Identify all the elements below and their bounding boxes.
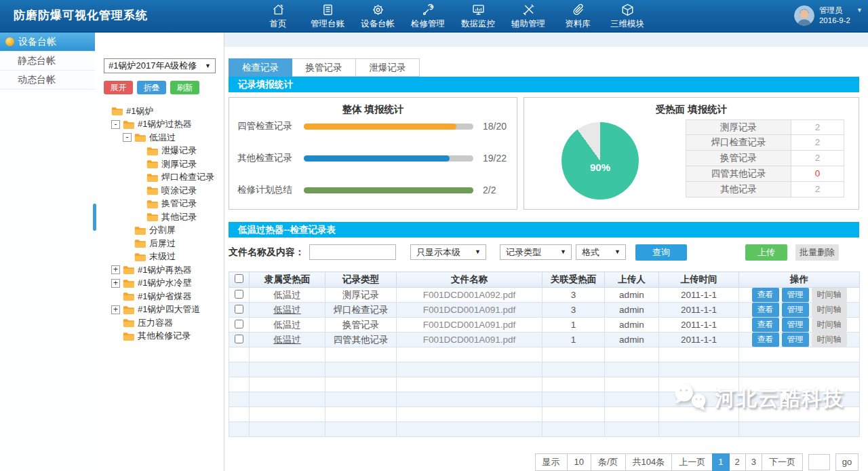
surface-link[interactable]: 低温过 (250, 288, 326, 303)
timeline-button[interactable]: 时间轴 (812, 303, 847, 317)
tree-node[interactable]: 泄爆记录 (96, 145, 224, 158)
timeline-button[interactable]: 时间轴 (812, 318, 847, 332)
collapse-expander-icon[interactable]: - (123, 133, 132, 142)
tree-node[interactable]: #1锅炉 (96, 105, 224, 118)
next-page-button[interactable]: 下一页 (762, 453, 803, 471)
tree-node[interactable]: 测厚记录 (96, 157, 224, 171)
file-name[interactable]: F001DCD001A091.pdf (397, 303, 542, 318)
nav-item-maintenance[interactable]: 检修管理 (411, 0, 445, 31)
surface-stat-value: 2 (791, 135, 844, 150)
expand-expander-icon[interactable]: + (111, 265, 120, 274)
nav-item-aux-management[interactable]: 辅助管理 (511, 0, 545, 31)
goto-page-input[interactable] (808, 454, 830, 470)
tab-tube-replacement-records[interactable]: 换管记录 (292, 58, 356, 77)
sidebar-item-static-ledger[interactable]: 静态台帐 (0, 52, 95, 71)
page-button-1[interactable]: 1 (712, 453, 729, 471)
tree-node[interactable]: +#1锅炉水冷壁 (96, 277, 224, 290)
view-button[interactable]: 查看 (752, 318, 779, 332)
chevron-down-icon[interactable]: ▼ (856, 7, 863, 14)
timeline-button[interactable]: 时间轴 (812, 288, 847, 302)
nav-item-library[interactable]: 资料库 (561, 0, 594, 31)
search-button[interactable]: 查询 (635, 244, 687, 261)
scrollbar-thumb[interactable] (93, 204, 96, 231)
tree-node[interactable]: +#1锅炉四大管道 (96, 303, 224, 317)
file-name[interactable]: F001DCD001A091.pdf (397, 333, 542, 347)
nav-item-home[interactable]: 首页 (262, 0, 294, 31)
overall-stats-title: 整体 填报统计 (229, 103, 517, 116)
progress-track (304, 187, 473, 193)
expand-button[interactable]: 展开 (104, 81, 133, 94)
view-button[interactable]: 查看 (752, 288, 779, 302)
folder-icon (123, 305, 134, 314)
tree-node[interactable]: 其他检修记录 (96, 330, 224, 343)
table-row: 低温过 测厚记录 F001DCD001A092.pdf 3 admin 2011… (229, 288, 860, 303)
format-select[interactable]: 格式▼ (576, 244, 626, 260)
tree-node[interactable]: 末级过 (96, 250, 224, 264)
tree-node[interactable]: +#1锅炉再热器 (96, 263, 224, 277)
folder-icon (134, 226, 146, 235)
batch-delete-button[interactable]: 批量删除 (795, 244, 839, 261)
nav-item-3d-module[interactable]: 三维模块 (610, 0, 644, 31)
record-type-select[interactable]: 记录类型▼ (500, 244, 572, 260)
progress-fill (304, 187, 473, 193)
tree-node[interactable]: 后屏过 (96, 237, 224, 250)
collapse-expander-icon[interactable]: - (111, 120, 120, 129)
tree-node[interactable]: 焊口检查记录 (96, 171, 224, 185)
filename-search-input[interactable] (309, 244, 396, 260)
select-all-checkbox[interactable] (235, 274, 243, 283)
tree-node[interactable]: -低温过 (96, 131, 224, 145)
manage-button[interactable]: 管理 (782, 303, 809, 317)
expand-expander-icon[interactable]: + (111, 305, 120, 314)
user-menu[interactable]: 管理员 2016-9-2 (794, 0, 850, 31)
tree-node[interactable]: 压力容器 (96, 316, 224, 330)
manage-button[interactable]: 管理 (782, 333, 809, 347)
tab-inspection-records[interactable]: 检查记录 (229, 58, 292, 77)
refresh-button[interactable]: 刷新 (170, 81, 199, 94)
surface-link[interactable]: 低温过 (250, 333, 326, 347)
page-button-3[interactable]: 3 (745, 453, 762, 471)
scope-select[interactable]: 只显示本级▼ (410, 244, 486, 260)
overhaul-selector[interactable]: #1锅炉2017年A级检修 ▼ (104, 58, 216, 73)
page-size-select[interactable]: 10 (567, 453, 591, 471)
row-checkbox[interactable] (235, 290, 243, 299)
row-checkbox[interactable] (235, 305, 243, 314)
prev-page-button[interactable]: 上一页 (671, 453, 713, 471)
tab-explosion-records[interactable]: 泄爆记录 (356, 58, 420, 77)
nav-item-management-ledger[interactable]: 管理台账 (311, 0, 344, 31)
view-button[interactable]: 查看 (752, 333, 779, 347)
nav-item-data-monitor[interactable]: 数据监控 (461, 0, 495, 31)
row-checkbox[interactable] (235, 320, 243, 328)
surface-stats-title: 受热面 填报统计 (524, 103, 859, 116)
folder-icon (146, 200, 158, 208)
tree-node[interactable]: #1锅炉省煤器 (96, 290, 224, 303)
folder-icon (123, 279, 134, 288)
sidebar-item-equipment-ledger[interactable]: 设备台帐 (0, 33, 95, 52)
manage-button[interactable]: 管理 (782, 288, 809, 302)
nav-item-equipment-ledger[interactable]: 设备台帐 (361, 0, 395, 31)
tree-node[interactable]: 喷涂记录 (96, 184, 224, 197)
surface-link[interactable]: 低温过 (250, 318, 326, 333)
folder-icon (134, 133, 146, 142)
tree-node[interactable]: 换管记录 (96, 197, 224, 211)
home-icon (271, 3, 285, 18)
tree-node[interactable]: 分割屏 (96, 224, 224, 238)
expand-expander-icon[interactable]: + (111, 279, 120, 288)
go-button[interactable]: go (835, 453, 859, 471)
file-name[interactable]: F001DCD001A092.pdf (397, 288, 542, 303)
tree-node[interactable]: -#1锅炉过热器 (96, 118, 224, 132)
manage-button[interactable]: 管理 (782, 318, 809, 332)
paperclip-icon (571, 3, 585, 18)
page-button-2[interactable]: 2 (729, 453, 746, 471)
folder-icon (123, 120, 134, 129)
timeline-button[interactable]: 时间轴 (812, 333, 847, 347)
surface-link[interactable]: 低温过 (250, 303, 326, 318)
collapse-button[interactable]: 折叠 (137, 81, 166, 94)
file-name[interactable]: F001DCD001A091.pdf (397, 318, 542, 333)
row-checkbox[interactable] (235, 335, 243, 343)
view-button[interactable]: 查看 (752, 303, 779, 317)
folder-icon (123, 332, 134, 341)
wrench-icon (421, 3, 435, 18)
sidebar-item-dynamic-ledger[interactable]: 动态台帐 (0, 71, 95, 90)
upload-button[interactable]: 上传 (745, 244, 787, 261)
tree-node[interactable]: 其他记录 (96, 210, 224, 224)
